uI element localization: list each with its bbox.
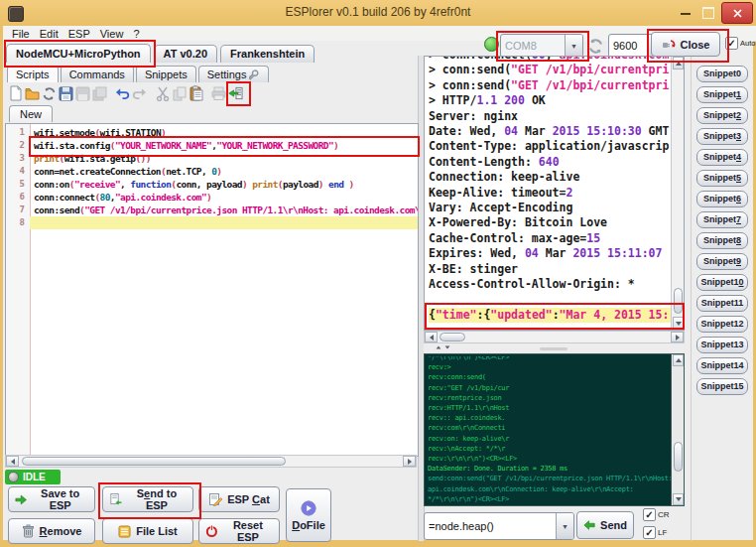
- minimize-button[interactable]: [681, 13, 691, 15]
- scroll-right-icon[interactable]: [671, 332, 684, 342]
- serial-terminal[interactable]: > conn:connect(80,"api.coindesk.com")> c…: [424, 56, 685, 331]
- com-port-select[interactable]: COM8 ▼: [500, 34, 583, 58]
- autoscroll-checkbox[interactable]: ✓: [725, 37, 738, 50]
- command-input-value[interactable]: =node.heap(): [425, 513, 556, 539]
- scroll-down-icon[interactable]: [673, 317, 684, 330]
- save-file-icon[interactable]: [59, 85, 73, 102]
- copy-icon: [172, 85, 187, 102]
- paste-icon[interactable]: [189, 85, 203, 102]
- terminal-horizontal-scrollbar[interactable]: [424, 331, 685, 343]
- tab-commands[interactable]: Commands: [61, 66, 134, 82]
- menu-item-esp[interactable]: ESP: [63, 28, 95, 40]
- snippet-button-snippet13[interactable]: Snippet13: [696, 337, 748, 353]
- tab-nodemcu-micropython[interactable]: NodeMCU+MicroPython: [6, 44, 151, 63]
- scrollbar-thumb[interactable]: [440, 333, 465, 342]
- snippet-button-snippet12[interactable]: Snippet12: [696, 316, 748, 333]
- cr-toggle[interactable]: ✓ CR: [643, 508, 670, 521]
- snippet-button-snippet4[interactable]: Snippet4: [696, 149, 748, 166]
- console-line: recv:HTTP/1.1\r\nHost: [428, 403, 671, 413]
- scroll-left-icon[interactable]: [6, 456, 19, 467]
- scroll-right-icon[interactable]: [403, 456, 416, 467]
- terminal-console-splitter[interactable]: [424, 343, 685, 353]
- console-line: recv:rentprice.json: [428, 393, 671, 403]
- console-vertical-scrollbar[interactable]: [671, 354, 684, 505]
- snippet-button-snippet14[interactable]: Snippet14: [696, 357, 748, 374]
- snippet-button-snippet2[interactable]: Snippet2: [696, 107, 748, 124]
- tab-at-v0-20[interactable]: AT v0.20: [154, 45, 217, 63]
- snippet-button-snippet0[interactable]: Snippet0: [696, 66, 748, 82]
- menu-item-edit[interactable]: Edit: [35, 28, 63, 40]
- autoscroll-toggle[interactable]: ✓ AutoScroll: [725, 37, 756, 50]
- chevron-down-icon[interactable]: ▼: [565, 35, 582, 57]
- terminal-line: [429, 293, 671, 308]
- cr-checkbox[interactable]: ✓: [643, 508, 656, 521]
- undo-icon[interactable]: [115, 85, 130, 102]
- terminal-vertical-scrollbar[interactable]: [671, 57, 684, 330]
- reload-file-icon[interactable]: [42, 85, 57, 102]
- tab-scripts[interactable]: Scripts: [7, 66, 59, 82]
- splitter-arrows[interactable]: [436, 345, 450, 349]
- scrollbar-thumb[interactable]: [22, 457, 286, 466]
- snippet-button-snippet11[interactable]: Snippet11: [696, 295, 748, 312]
- edit-page-icon: [208, 492, 222, 506]
- chevron-down-icon[interactable]: ▼: [556, 513, 573, 539]
- baud-rate-value: 9600: [609, 35, 647, 57]
- maximize-button[interactable]: [702, 7, 714, 19]
- editor-file-tab[interactable]: New: [9, 105, 53, 122]
- code-line: 5conn:on("receive", function(conn, paylo…: [6, 178, 418, 191]
- menu-item-file[interactable]: File: [7, 28, 35, 40]
- snippet-button-snippet1[interactable]: Snippet1: [696, 86, 748, 103]
- code-line: 6conn:connect(80,"api.coindesk.com"): [6, 191, 418, 204]
- open-file-icon[interactable]: [25, 85, 40, 102]
- remove-button[interactable]: Remove: [8, 518, 95, 544]
- command-input-combo[interactable]: =node.heap() ▼: [424, 512, 574, 540]
- snippet-button-snippet15[interactable]: Snippet15: [696, 378, 748, 395]
- scroll-up-icon[interactable]: [673, 57, 684, 69]
- title-bar: ESPlorer v0.1 build 206 by 4refr0nt: [0, 0, 756, 26]
- code-editor[interactable]: 1wifi.setmode(wifi.STATION)2wifi.sta.con…: [5, 123, 419, 457]
- snippet-button-snippet8[interactable]: Snippet8: [696, 232, 748, 249]
- save-to-esp-label: Save to ESP: [32, 487, 88, 511]
- new-file-icon[interactable]: [8, 85, 23, 102]
- snippet-button-snippet3[interactable]: Snippet3: [696, 128, 748, 145]
- debug-console[interactable]: */*\r\n\r\n")<CR><LF>recv:>recv:conn:sen…: [424, 353, 685, 506]
- close-window-button[interactable]: [721, 2, 753, 24]
- reset-esp-button[interactable]: Reset ESP: [198, 518, 280, 544]
- main-tab-bar: NodeMCU+MicroPythonAT v0.20Frankenshtein: [6, 42, 317, 63]
- scrollbar-thumb[interactable]: [674, 442, 683, 472]
- status-badge: IDLE: [5, 470, 61, 484]
- autoscroll-label: AutoScroll: [740, 39, 756, 48]
- snippet-button-snippet6[interactable]: Snippet6: [696, 191, 748, 207]
- close-icon: [733, 9, 742, 18]
- file-list-button[interactable]: File List: [102, 518, 193, 544]
- terminal-line: > conn:send("GET /v1/bpi/currentpri: [429, 63, 671, 77]
- code-line: 4conn=net.createConnection(net.TCP, 0): [6, 165, 418, 178]
- snippet-button-snippet9[interactable]: Snippet9: [696, 253, 748, 270]
- send-to-esp-button[interactable]: Send to ESP: [102, 486, 193, 512]
- send-command-button[interactable]: Send: [576, 511, 634, 539]
- scroll-down-icon[interactable]: [673, 493, 684, 505]
- scroll-up-icon[interactable]: [673, 354, 684, 366]
- editor-horizontal-scrollbar[interactable]: [5, 455, 417, 468]
- snippet-button-snippet5[interactable]: Snippet5: [696, 170, 748, 187]
- send-to-editor-icon[interactable]: [228, 85, 243, 102]
- refresh-ports-button[interactable]: [585, 36, 605, 56]
- dofile-button[interactable]: DoFile: [286, 488, 331, 542]
- terminal-line: Connection: keep-alive: [429, 170, 671, 185]
- tab-frankenshtein[interactable]: Frankenshtein: [220, 45, 315, 63]
- save-to-esp-button[interactable]: Save to ESP: [8, 486, 95, 512]
- splitter-grip[interactable]: [540, 347, 567, 350]
- close-port-button[interactable]: Close: [651, 32, 720, 57]
- lf-toggle[interactable]: ✓ LF: [643, 526, 667, 539]
- cr-label: CR: [658, 510, 670, 519]
- esp-cat-button[interactable]: ESP Cat: [198, 486, 280, 512]
- scroll-left-icon[interactable]: [425, 332, 438, 342]
- scrollbar-thumb[interactable]: [674, 288, 683, 314]
- snippet-button-snippet10[interactable]: Snippet10: [696, 274, 748, 291]
- menu-item-[interactable]: ?: [128, 28, 144, 40]
- tab-snippets[interactable]: Snippets: [136, 66, 196, 82]
- menu-item-view[interactable]: View: [95, 28, 129, 40]
- tab-settings[interactable]: Settings: [198, 66, 270, 82]
- lf-checkbox[interactable]: ✓: [643, 526, 656, 539]
- snippet-button-snippet7[interactable]: Snippet7: [696, 211, 748, 228]
